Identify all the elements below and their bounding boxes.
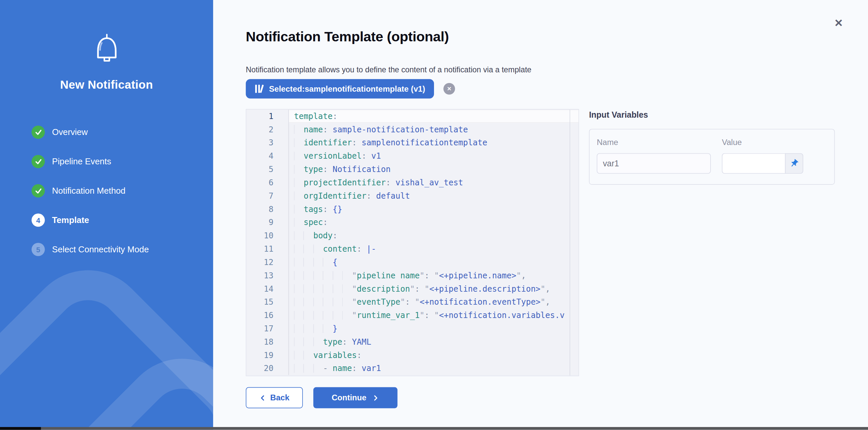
code-text: type: Notification	[294, 163, 569, 176]
step-label: Pipeline Events	[52, 157, 111, 167]
sidebar-step-pipeline-events[interactable]: Pipeline Events	[32, 155, 149, 168]
wizard-steps: OverviewPipeline EventsNotification Meth…	[32, 126, 149, 272]
continue-button[interactable]: Continue	[313, 387, 397, 408]
page-subtitle: Notification template allows you to defi…	[246, 65, 531, 74]
code-line[interactable]: 7 orgIdentifier: default	[246, 189, 579, 203]
new-notification-wizard: New Notification OverviewPipeline Events…	[0, 0, 868, 430]
input-variables-card: Name Value	[589, 129, 835, 185]
pin-runtime-input-button[interactable]	[785, 153, 803, 174]
bell-icon	[0, 33, 213, 65]
code-text: content: |-	[294, 242, 569, 256]
code-text: - name: var1	[294, 362, 569, 375]
value-column-label: Value	[722, 138, 742, 147]
step-label: Overview	[52, 127, 88, 137]
line-number: 15	[246, 295, 289, 309]
code-text: tags: {}	[294, 202, 569, 216]
code-line[interactable]: 12 {	[246, 256, 579, 269]
step-number-badge: 4	[32, 214, 45, 227]
line-number: 2	[246, 123, 289, 136]
code-text: versionLabel: v1	[294, 149, 569, 163]
code-line[interactable]: 13 "pipeline name": "<+pipeline.name>",	[246, 269, 579, 282]
code-text: identifier: samplenotificationtemplate	[294, 136, 569, 149]
code-text: }	[294, 322, 569, 335]
sidebar-step-template[interactable]: 4Template	[32, 214, 149, 227]
code-line[interactable]: 9 spec:	[246, 216, 579, 229]
line-number: 18	[246, 335, 289, 349]
code-text: type: YAML	[294, 335, 569, 349]
code-text: "eventType": "<+notification.eventType>"…	[294, 295, 569, 309]
line-number: 9	[246, 216, 289, 229]
code-line[interactable]: 10 body:	[246, 229, 579, 242]
selected-template-label: Selected:samplenotificationtemplate (v1)	[269, 84, 425, 93]
code-line[interactable]: 6 projectIdentifier: vishal_av_test	[246, 176, 579, 189]
chevron-right-icon	[372, 394, 379, 401]
line-number: 13	[246, 269, 289, 282]
line-number: 16	[246, 309, 289, 322]
line-number: 10	[246, 229, 289, 242]
line-number: 12	[246, 256, 289, 269]
step-number-badge: 5	[32, 243, 45, 256]
code-line[interactable]: 5 type: Notification	[246, 163, 579, 176]
code-line[interactable]: 8 tags: {}	[246, 202, 579, 216]
code-text: "description": "<+pipeline.description>"…	[294, 282, 569, 295]
editor-scrollbar[interactable]	[570, 110, 579, 376]
remove-template-icon[interactable]: ✕	[443, 83, 455, 95]
line-number: 1	[246, 110, 289, 123]
code-line[interactable]: 4 versionLabel: v1	[246, 149, 579, 163]
line-number: 5	[246, 163, 289, 176]
close-icon[interactable]: ✕	[832, 16, 845, 30]
line-number: 7	[246, 189, 289, 203]
code-text: variables:	[294, 348, 569, 362]
sidebar-step-select-connectivity-mode[interactable]: 5Select Connectivity Mode	[32, 243, 149, 256]
step-check-icon	[32, 184, 45, 198]
line-number: 3	[246, 136, 289, 149]
code-line[interactable]: 20 - name: var1	[246, 362, 579, 375]
wizard-sidebar: New Notification OverviewPipeline Events…	[0, 0, 213, 430]
code-line[interactable]: 16 "runtime_var_1": "<+notification.vari…	[246, 309, 579, 322]
variable-value-input[interactable]	[722, 153, 785, 174]
code-text: {	[294, 256, 569, 269]
code-line[interactable]: 18 type: YAML	[246, 335, 579, 349]
code-text: "runtime_var_1": "<+notification.variabl…	[294, 309, 569, 322]
step-label: Select Connectivity Mode	[52, 244, 149, 254]
yaml-editor[interactable]: 1template:2 name: sample-notification-te…	[246, 109, 579, 376]
chevron-left-icon	[259, 394, 267, 401]
code-text: spec:	[294, 216, 569, 229]
back-button[interactable]: Back	[246, 387, 303, 408]
input-variables-title: Input Variables	[589, 110, 648, 119]
code-text: orgIdentifier: default	[294, 189, 569, 203]
code-line[interactable]: 2 name: sample-notification-template	[246, 123, 579, 136]
code-line[interactable]: 17 }	[246, 322, 579, 335]
code-line[interactable]: 11 content: |-	[246, 242, 579, 256]
template-library-icon	[254, 84, 264, 93]
variable-name-input	[597, 153, 711, 174]
sidebar-step-notification-method[interactable]: Notification Method	[32, 184, 149, 198]
name-column-label: Name	[597, 138, 618, 147]
selected-template-chip[interactable]: Selected:samplenotificationtemplate (v1)	[246, 79, 434, 98]
code-text: projectIdentifier: vishal_av_test	[294, 176, 569, 189]
step-label: Notification Method	[52, 186, 125, 196]
line-number: 4	[246, 149, 289, 163]
code-text: "pipeline name": "<+pipeline.name>",	[294, 269, 569, 282]
line-number: 8	[246, 202, 289, 216]
dialog-main: ✕ Notification Template (optional) Notif…	[213, 0, 868, 430]
code-text: template:	[294, 110, 569, 123]
code-line[interactable]: 15 "eventType": "<+notification.eventTyp…	[246, 295, 579, 309]
code-line[interactable]: 1template:	[246, 110, 579, 123]
code-line[interactable]: 3 identifier: samplenotificationtemplate	[246, 136, 579, 149]
step-check-icon	[32, 155, 45, 168]
step-check-icon	[32, 126, 45, 139]
window-bottom-edge	[0, 427, 868, 430]
wizard-title: New Notification	[0, 78, 213, 91]
line-number: 20	[246, 362, 289, 375]
line-number: 17	[246, 322, 289, 335]
code-line[interactable]: 19 variables:	[246, 348, 579, 362]
page-title: Notification Template (optional)	[246, 29, 449, 45]
line-number: 11	[246, 242, 289, 256]
code-text: name: sample-notification-template	[294, 123, 569, 136]
line-number: 19	[246, 348, 289, 362]
sidebar-step-overview[interactable]: Overview	[32, 126, 149, 139]
code-line[interactable]: 14 "description": "<+pipeline.descriptio…	[246, 282, 579, 295]
line-number: 14	[246, 282, 289, 295]
code-text: body:	[294, 229, 569, 242]
